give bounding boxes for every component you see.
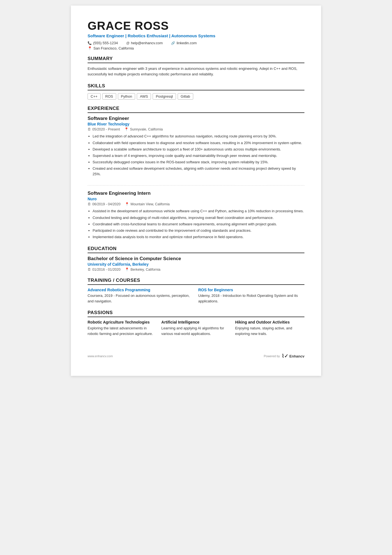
bullet-item: Developed a scalable software architectu… [93, 147, 304, 152]
company-name: Nuro [88, 197, 304, 201]
passion-title: Hiking and Outdoor Activities [235, 320, 304, 324]
skills-row: C++ROSPythonAWSPostgresqlGitlab [88, 93, 304, 100]
bullet-item: Coordinated with cross-functional teams … [93, 221, 304, 227]
skill-tag: ROS [102, 93, 116, 100]
summary-text: Enthusiastic software engineer with 3 ye… [88, 66, 304, 77]
brand-name: Enhancv [289, 354, 304, 358]
bullet-list: Led the integration of advanced C++ algo… [88, 134, 304, 177]
edu-dates: 01/2016 - 01/2020 [92, 268, 120, 272]
experience-entry: Software Engineering InternNuro 🗓 06/201… [88, 191, 304, 240]
footer-website: www.enhancv.com [88, 354, 113, 358]
location-pin-icon: 📍 [124, 127, 129, 131]
job-title: Software Engineer [88, 116, 304, 121]
job-dates: 05/2020 - Present [92, 127, 120, 131]
email-address: help@enhancv.com [131, 41, 163, 45]
calendar-icon: 🗓 [88, 127, 91, 131]
experience-entry: Software EngineerBlue River Technology 🗓… [88, 116, 304, 186]
job-dates-item: 🗓 05/2020 - Present [88, 127, 120, 131]
edu-location-item: 📍 Berkeley, California [125, 267, 160, 272]
job-title: Software Engineering Intern [88, 191, 304, 196]
passions-section: PASSIONS Robotic Agriculture Technologie… [88, 310, 304, 336]
logo-icon: ⌇✓ [282, 353, 288, 359]
phone-number: (555) 555-1234 [93, 41, 118, 45]
summary-section: SUMMARY Enthusiastic software engineer w… [88, 56, 304, 77]
bullet-item: Led the integration of advanced C++ algo… [93, 134, 304, 139]
bullet-item: Successfully debugged complex issues in … [93, 159, 304, 165]
linkedin-item: 🔗 linkedin.com [171, 41, 197, 45]
edu-school: University of California, Berkeley [88, 262, 304, 267]
job-meta: 🗓 05/2020 - Present 📍 Sunnyvale, Califor… [88, 127, 304, 131]
edu-dates-item: 🗓 01/2016 - 01/2020 [88, 268, 120, 272]
passion-desc: Exploring the latest advancements in rob… [88, 325, 157, 336]
email-icon: @ [126, 41, 130, 45]
job-location-item: 📍 Sunnyvale, California [124, 127, 163, 131]
skill-tag: Python [118, 93, 135, 100]
passion-item: Robotic Agriculture TechnologiesExplorin… [88, 320, 157, 336]
edu-meta: 🗓 01/2016 - 01/2020 📍 Berkeley, Californ… [88, 267, 304, 272]
passion-desc: Enjoying nature, staying active, and exp… [235, 325, 304, 336]
course-title: ROS for Beginners [198, 288, 304, 292]
summary-title: SUMMARY [88, 56, 304, 63]
email-item: @ help@enhancv.com [126, 41, 163, 45]
bullet-item: Conducted testing and debugging of multi… [93, 215, 304, 221]
resume-page: GRACE ROSS Software Engineer | Robotics … [71, 6, 321, 376]
edu-location: Berkeley, California [130, 268, 160, 272]
edu-location-pin-icon: 📍 [125, 267, 129, 272]
job-location: Sunnyvale, California [130, 127, 163, 131]
skill-tag: AWS [137, 93, 151, 100]
candidate-name: GRACE ROSS [88, 19, 304, 32]
training-section: TRAINING / COURSES Advanced Robotics Pro… [88, 278, 304, 304]
header: GRACE ROSS Software Engineer | Robotics … [88, 19, 304, 50]
powered-by-text: Powered by [264, 354, 280, 358]
passion-title: Robotic Agriculture Technologies [88, 320, 157, 324]
enhancv-logo: ⌇✓ Enhancv [282, 353, 304, 359]
course-desc: Coursera, 2019 - Focused on autonomous s… [88, 293, 194, 304]
passion-title: Artificial Intelligence [161, 320, 230, 324]
course-desc: Udemy, 2018 - Introduction to Robot Oper… [198, 293, 304, 304]
calendar-icon: 🗓 [88, 268, 91, 272]
calendar-icon: 🗓 [88, 202, 91, 206]
bullet-item: Supervised a team of 4 engineers, improv… [93, 153, 304, 159]
bullet-item: Implemented data analysis tools to monit… [93, 234, 304, 240]
footer: www.enhancv.com Powered by ⌇✓ Enhancv [88, 350, 304, 359]
candidate-title: Software Engineer | Robotics Enthusiast … [88, 33, 304, 38]
footer-brand: Powered by ⌇✓ Enhancv [264, 353, 304, 359]
job-dates: 06/2019 - 04/2020 [92, 202, 120, 206]
passion-item: Hiking and Outdoor ActivitiesEnjoying na… [235, 320, 304, 336]
passions-title: PASSIONS [88, 310, 304, 317]
skills-title: SKILLS [88, 83, 304, 90]
course-title: Advanced Robotics Programming [88, 288, 194, 292]
skill-tag: Gitlab [178, 93, 193, 100]
location-pin-icon: 📍 [88, 46, 92, 50]
edu-degree: Bachelor of Science in Computer Science [88, 256, 304, 262]
bullet-item: Created and executed software developmen… [93, 166, 304, 177]
bullet-list: Assisted in the development of autonomou… [88, 208, 304, 240]
bullet-item: Participated in code reviews and contrib… [93, 228, 304, 233]
bullet-item: Collaborated with field operations team … [93, 140, 304, 146]
skill-tag: Postgresql [153, 93, 176, 100]
training-title: TRAINING / COURSES [88, 278, 304, 285]
job-dates-item: 🗓 06/2019 - 04/2020 [88, 202, 120, 206]
phone-icon: 📞 [88, 41, 92, 45]
link-icon: 🔗 [171, 41, 175, 45]
skills-section: SKILLS C++ROSPythonAWSPostgresqlGitlab [88, 83, 304, 100]
job-meta: 🗓 06/2019 - 04/2020 📍 Mountain View, Cal… [88, 202, 304, 206]
location-pin-icon: 📍 [125, 202, 129, 206]
linkedin-url: linkedin.com [177, 41, 197, 45]
course-item: Advanced Robotics ProgrammingCoursera, 2… [88, 288, 194, 304]
passion-item: Artificial IntelligenceLearning and appl… [161, 320, 230, 336]
education-title: EDUCATION [88, 246, 304, 253]
contact-row: 📞 (555) 555-1234 @ help@enhancv.com 🔗 li… [88, 41, 304, 45]
phone-item: 📞 (555) 555-1234 [88, 41, 118, 45]
company-name: Blue River Technology [88, 122, 304, 126]
job-location-item: 📍 Mountain View, California [125, 202, 170, 206]
experience-entries: Software EngineerBlue River Technology 🗓… [88, 116, 304, 240]
skill-tag: C++ [88, 93, 101, 100]
location-row: 📍 San Francisco, California [88, 46, 304, 50]
passion-desc: Learning and applying AI algorithms for … [161, 325, 230, 336]
experience-section: EXPERIENCE Software EngineerBlue River T… [88, 106, 304, 240]
job-location: Mountain View, California [130, 202, 170, 206]
location-text: San Francisco, California [93, 46, 134, 50]
course-item: ROS for BeginnersUdemy, 2018 - Introduct… [198, 288, 304, 304]
experience-title: EXPERIENCE [88, 106, 304, 113]
